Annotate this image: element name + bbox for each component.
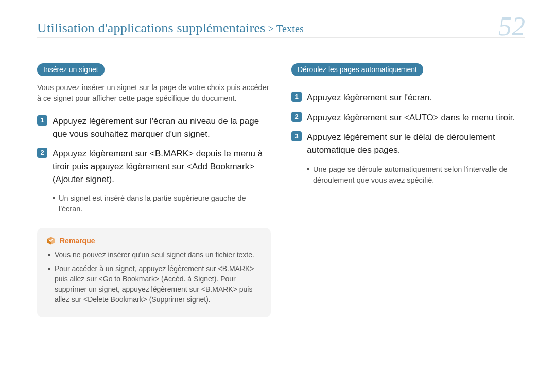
breadcrumb: Utilisation d'applications supplémentair… [37,21,304,36]
step-text: Appuyez légèrement sur <AUTO> dans le me… [307,112,515,124]
remark-label: Remarque [60,237,95,245]
bullet-icon [48,254,50,256]
section-pill-bookmark: Insérez un signet [37,63,105,76]
section-pill-autoscroll: Déroulez les pages automatiquement [291,63,423,76]
step-text: Appuyez légèrement sur l'écran au niveau… [53,115,271,140]
section-intro: Vous pouvez insérer un signet sur la pag… [37,82,271,104]
remark-item: Pour accéder à un signet, appuyez légère… [48,263,262,305]
breadcrumb-main: Utilisation d'applications supplémentair… [37,21,265,35]
remark-item-text: Vous ne pouvez insérer qu'un seul signet… [55,250,254,260]
remark-header: Remarque [46,236,262,245]
step-number-badge: 2 [291,112,302,122]
right-column: Déroulez les pages automatiquement 1 App… [291,63,525,317]
bullet-icon [307,168,309,170]
step-note: Une page se déroule automatiquement selo… [307,164,525,186]
step-number-badge: 2 [37,148,47,158]
left-column: Insérez un signet Vous pouvez insérer un… [37,63,271,317]
step-item: 2 Appuyez légèrement sur <B.MARK> depuis… [37,148,271,186]
step-text: Appuyez légèrement sur l'écran. [307,92,432,104]
step-item: 1 Appuyez légèrement sur l'écran au nive… [37,115,271,140]
step-note-text: Un signet est inséré dans la partie supé… [59,193,271,215]
bullet-icon [48,268,50,270]
step-number-badge: 3 [291,131,302,141]
remark-list: Vous ne pouvez insérer qu'un seul signet… [46,250,262,305]
step-item: 1 Appuyez légèrement sur l'écran. [291,92,525,104]
breadcrumb-sep: > [265,23,276,34]
cube-check-icon [46,236,56,245]
step-item: 3 Appuyez légèrement sur le délai de dér… [291,131,525,156]
breadcrumb-sub: Textes [276,23,304,34]
step-number-badge: 1 [37,115,47,126]
bullet-icon [53,197,55,199]
remark-item: Vous ne pouvez insérer qu'un seul signet… [48,250,262,260]
step-number-badge: 1 [291,92,302,102]
step-note: Un signet est inséré dans la partie supé… [53,193,271,215]
remark-item-text: Pour accéder à un signet, appuyez légère… [55,263,262,305]
step-note-text: Une page se déroule automatiquement selo… [313,164,525,186]
step-item: 2 Appuyez légèrement sur <AUTO> dans le … [291,112,525,124]
step-text: Appuyez légèrement sur <B.MARK> depuis l… [53,148,271,186]
header: Utilisation d'applications supplémentair… [37,10,525,38]
page-number: 52 [498,13,525,40]
remark-box: Remarque Vous ne pouvez insérer qu'un se… [37,228,271,317]
step-text: Appuyez légèrement sur le délai de dérou… [307,131,525,156]
content-columns: Insérez un signet Vous pouvez insérer un… [37,63,525,317]
